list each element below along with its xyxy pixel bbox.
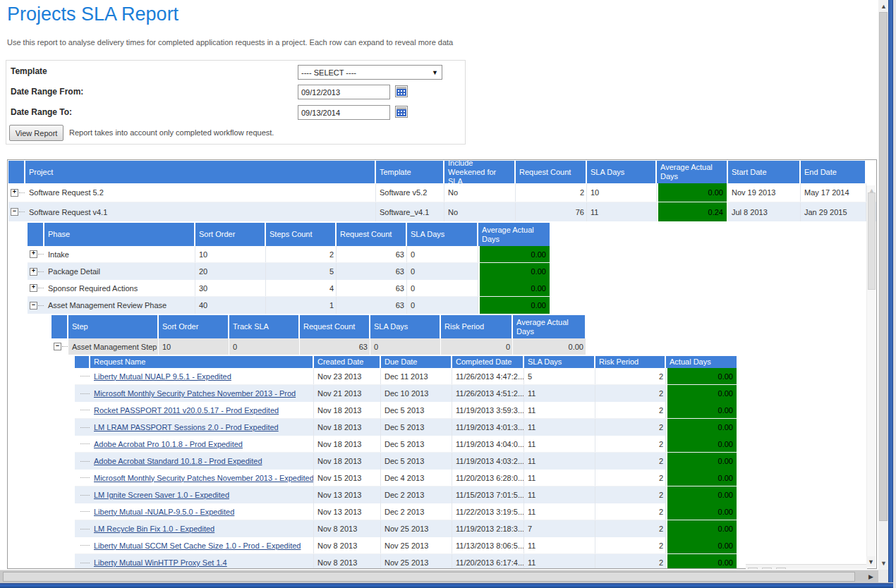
col-header-end-date: End Date <box>801 161 866 183</box>
risk-period-value: 2 <box>595 419 666 436</box>
calendar-icon[interactable] <box>395 106 408 118</box>
phases-table: Phase Sort Order Steps Count Request Cou… <box>28 223 551 314</box>
col-header-include-weekend: Include Weekened for SLA <box>444 161 516 183</box>
page-scrollbar-thumb[interactable] <box>879 12 888 521</box>
scroll-right-icon[interactable]: ▶ <box>868 573 873 580</box>
request-link[interactable]: Adobe Acrobat Pro 10.1.8 - Prod Expedite… <box>94 440 243 448</box>
phases-header-row: Phase Sort Order Steps Count Request Cou… <box>28 223 551 246</box>
created-date-value: Nov 18 2013 <box>314 436 381 452</box>
sla-days-value: 0 <box>370 338 441 355</box>
phase-name: Sponsor Required Actions <box>44 280 195 296</box>
due-date-value: Dec 5 2013 <box>381 453 452 470</box>
sla-days-value: 11 <box>524 470 595 486</box>
phase-row: + Sponsor Required Actions 30 4 63 0 0.0… <box>28 280 551 297</box>
expand-icon[interactable]: + <box>30 250 37 258</box>
request-link[interactable]: LM Ignite Screen Saver 1.0 - Expedited <box>94 491 229 499</box>
template-select-value: ---- SELECT ---- <box>301 68 356 77</box>
request-link[interactable]: LM LRAM PASSPORT Sessions 2.0 - Prod Exp… <box>94 423 279 431</box>
sla-days-value: 11 <box>524 537 595 553</box>
risk-period-value: 0 <box>441 338 513 355</box>
date-to-input[interactable]: 09/13/2014 <box>298 105 390 120</box>
request-link[interactable]: Liberty Mutual -NUALP-9.5.0 - Expedited <box>94 508 234 516</box>
request-row: Microsoft Monthly Security Patches Novem… <box>75 470 738 486</box>
template-select[interactable]: ---- SELECT ---- ▼ <box>298 65 442 80</box>
tree-connector <box>80 529 90 529</box>
risk-period-value: 2 <box>595 385 666 402</box>
tree-connector <box>80 511 90 512</box>
request-link[interactable]: Adobe Acrobat Standard 10.1.8 - Prod Exp… <box>94 457 262 465</box>
grid-vertical-scrollbar[interactable]: ▲ <box>866 185 876 557</box>
grid-scrollbar-thumb[interactable] <box>868 192 876 290</box>
sla-days-value: 5 <box>524 368 595 384</box>
request-link[interactable]: Liberty Mutual WinHTTP Proxy Set 1.4 <box>94 558 227 567</box>
created-date-value: Nov 13 2013 <box>314 503 381 520</box>
risk-period-value: 2 <box>595 402 666 418</box>
tree-connector <box>38 305 44 306</box>
sla-days-value: 11 <box>524 385 595 402</box>
tree-connector <box>80 427 90 428</box>
page-horizontal-scrollbar[interactable]: ▶ <box>0 570 878 582</box>
due-date-value: Dec 10 2013 <box>381 385 452 402</box>
tree-connector <box>80 563 90 563</box>
request-row: Liberty Mutual NUALP 9.5.1 - Expedited N… <box>75 368 738 385</box>
project-name: Software Request 5.2 <box>25 183 376 202</box>
request-row: Liberty Mutual SCCM Set Cache Size 1.0 -… <box>75 537 738 554</box>
request-row: Adobe Acrobat Standard 10.1.8 - Prod Exp… <box>75 453 738 470</box>
horizontal-scrollbar-thumb[interactable] <box>3 572 855 582</box>
expand-icon[interactable]: + <box>30 268 37 276</box>
completed-date-value: 11/19/2013 4:04:0... <box>452 436 524 452</box>
collapse-icon[interactable]: − <box>30 302 37 310</box>
created-date-value: Nov 18 2013 <box>314 453 381 470</box>
col-header-step: Step <box>68 315 159 338</box>
due-date-value: Dec 2 2013 <box>381 486 452 503</box>
collapse-icon[interactable]: − <box>54 343 61 350</box>
clipped-grid-pager <box>746 564 867 569</box>
col-header-request-count: Request Count <box>300 315 370 338</box>
view-report-button[interactable]: View Report <box>9 125 63 141</box>
request-link[interactable]: Liberty Mutual NUALP 9.5.1 - Expedited <box>94 372 231 381</box>
sla-days-value: 11 <box>524 453 595 470</box>
sort-order-value: 30 <box>195 280 266 296</box>
tree-connector <box>38 288 44 288</box>
sla-days-value: 11 <box>524 402 595 418</box>
date-from-input[interactable]: 09/12/2013 <box>298 85 390 99</box>
request-link[interactable]: Rocket PASSPORT 2011 v20.0.5.17 - Prod E… <box>94 406 279 415</box>
sort-order-value: 10 <box>195 246 266 262</box>
actual-days-badge: 0.00 <box>666 402 738 418</box>
scroll-down-icon[interactable]: ▼ <box>880 560 887 567</box>
track-sla-value: 0 <box>229 338 300 355</box>
expand-icon[interactable]: + <box>11 189 18 197</box>
actual-days-badge: 0.00 <box>666 368 738 384</box>
request-link[interactable]: Liberty Mutual SCCM Set Cache Size 1.0 -… <box>94 541 301 550</box>
avg-actual-days-badge: 0.00 <box>478 297 551 314</box>
page-vertical-scrollbar[interactable]: ▲ ▼ <box>878 0 888 570</box>
actual-days-badge: 0.00 <box>666 419 738 436</box>
avg-actual-days-badge: 0.00 <box>478 263 551 280</box>
phase-row: + Package Detail 20 5 63 0 0.00 <box>28 263 551 280</box>
avg-actual-days-badge: 0.24 <box>657 202 728 221</box>
report-grid: Project Template Include Weekened for SL… <box>7 159 877 569</box>
grid-scroll-down-button[interactable]: ▼ <box>866 556 876 567</box>
created-date-value: Nov 13 2013 <box>314 486 381 503</box>
expand-icon[interactable]: + <box>30 284 37 292</box>
tree-connector <box>19 192 25 193</box>
risk-period-value: 2 <box>595 503 666 520</box>
expander-column-header <box>28 223 44 246</box>
project-name: Software Request v4.1 <box>25 202 376 221</box>
request-count-value: 76 <box>516 202 587 221</box>
scroll-up-icon[interactable]: ▲ <box>880 3 887 10</box>
col-header-sla-days: SLA Days <box>524 356 595 368</box>
request-link[interactable]: Microsoft Monthly Security Patches Novem… <box>94 474 314 482</box>
requests-header-row: Request Name Created Date Due Date Compl… <box>75 356 738 368</box>
request-link[interactable]: LM Recycle Bin Fix 1.0 - Expedited <box>94 525 214 533</box>
avg-actual-days-badge: 0.00 <box>478 246 551 262</box>
completed-date-value: 11/22/2013 3:19:5... <box>452 503 524 520</box>
request-count-value: 63 <box>300 338 370 355</box>
collapse-icon[interactable]: − <box>11 208 18 216</box>
calendar-icon[interactable] <box>395 85 408 97</box>
completed-date-value: 11/19/2013 4:01:3... <box>452 419 524 436</box>
scroll-down-icon: ▼ <box>868 558 874 565</box>
projects-table: Project Template Include Weekened for SL… <box>8 161 876 221</box>
request-count-value: 63 <box>337 246 407 262</box>
request-link[interactable]: Microsoft Monthly Security Patches Novem… <box>94 389 296 398</box>
